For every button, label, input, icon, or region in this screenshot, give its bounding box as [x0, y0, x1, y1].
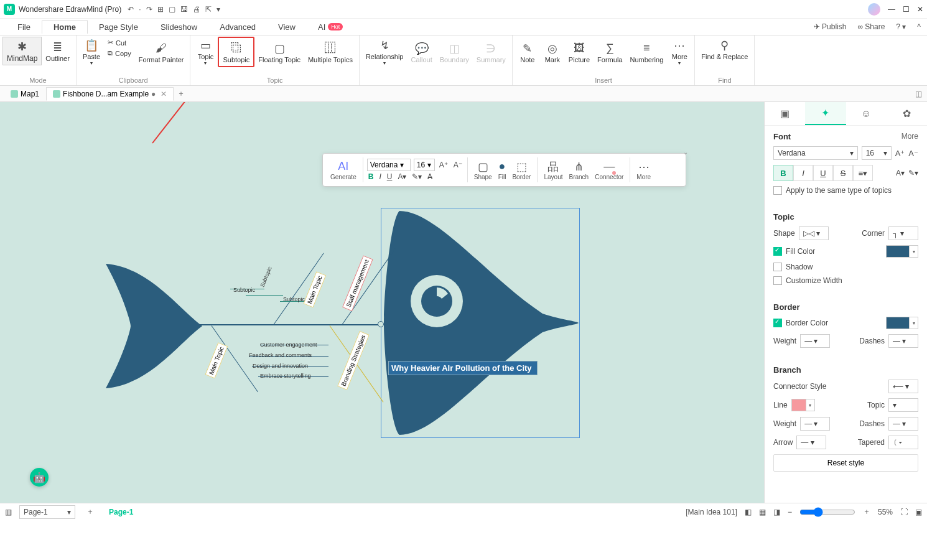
menu-advanced[interactable]: Advanced — [208, 21, 267, 34]
page-tab[interactable]: Page-1 — [105, 506, 137, 518]
shape-button[interactable]: ▢Shape — [472, 160, 495, 180]
italic-button[interactable]: I — [793, 165, 813, 181]
subtopic-label[interactable]: Subtopic — [283, 296, 305, 302]
format-painter-button[interactable]: 🖌Format Painter — [135, 37, 188, 67]
menu-slideshow[interactable]: Slideshow — [149, 21, 208, 34]
ai-generate-button[interactable]: AIGenerate — [328, 160, 359, 180]
help-icon[interactable]: ? ▾ — [896, 22, 906, 31]
picture-button[interactable]: 🖼Picture — [565, 37, 594, 67]
menu-file[interactable]: File — [6, 21, 42, 34]
bold-button[interactable]: B — [773, 165, 793, 181]
minimize-icon[interactable]: — — [888, 5, 895, 14]
formula-button[interactable]: ∑Formula — [594, 37, 626, 67]
outliner-mode-button[interactable]: ≣Outliner — [42, 37, 73, 65]
panel-tab-clipart[interactable]: ✿ — [887, 102, 927, 125]
subtopic-label[interactable]: Design and innovation — [253, 363, 308, 369]
close-tab-icon[interactable]: ✕ — [161, 90, 167, 98]
branch-label[interactable]: Main Topic — [205, 343, 228, 379]
font-family-select[interactable]: Verdana▾ — [773, 146, 858, 160]
multiple-topics-button[interactable]: ⿲Multiple Topics — [304, 37, 356, 67]
page-select[interactable]: Page-1▾ — [19, 505, 75, 519]
save-icon[interactable]: 🖫 — [180, 5, 188, 14]
open-icon[interactable]: ▢ — [169, 5, 175, 14]
main-idea-text[interactable]: Why Heavier AIr Pollution of the City — [388, 361, 538, 375]
branch-topic-select[interactable]: ▾ — [888, 398, 918, 412]
layout-button[interactable]: 品Layout — [541, 160, 565, 180]
highlight-button[interactable]: ✎▾ — [908, 169, 918, 177]
border-button[interactable]: ⬚Border — [510, 160, 533, 180]
fontcolor-button[interactable]: A▾ — [896, 169, 905, 177]
apply-same-checkbox[interactable] — [773, 186, 782, 195]
shrink-font-icon[interactable]: A⁻ — [908, 149, 918, 158]
redo-icon[interactable]: ↷ — [146, 5, 152, 14]
shadow-checkbox[interactable] — [773, 263, 782, 271]
floating-topic-button[interactable]: ▢Floating Topic — [254, 37, 304, 67]
close-icon[interactable]: ✕ — [917, 5, 923, 14]
tab-map1[interactable]: Map1 — [4, 87, 46, 101]
font-more-link[interactable]: More — [901, 132, 918, 141]
topic-button[interactable]: ▭Topic▾ — [193, 37, 218, 67]
subtopic-button[interactable]: ⿻Subtopic — [218, 37, 254, 67]
more-insert-button[interactable]: ⋯More▾ — [667, 37, 692, 67]
subtopic-label[interactable]: Feedback and comments — [249, 352, 312, 358]
canvas[interactable]: AIGenerate Verdana ▾ 16 ▾ A⁺ A⁻ B I U A▾… — [0, 102, 764, 503]
split-view-icon[interactable]: ◫ — [910, 90, 927, 98]
fullscreen-icon[interactable]: ▣ — [915, 508, 922, 516]
maximize-icon[interactable]: ☐ — [903, 5, 910, 14]
connector-style-select[interactable]: ⟵ ▾ — [888, 380, 918, 393]
menu-ai[interactable]: AIHot — [307, 21, 354, 34]
chatbot-button[interactable]: 🤖 — [30, 468, 49, 487]
paste-button[interactable]: 📋Paste▾ — [79, 37, 104, 67]
panel-tab-object[interactable]: ▣ — [765, 102, 805, 125]
reset-style-button[interactable]: Reset style — [773, 454, 918, 472]
export-icon[interactable]: ⇱ — [205, 5, 212, 14]
share-button[interactable]: ∞ Share — [857, 22, 885, 31]
menu-view[interactable]: View — [267, 21, 307, 34]
tapered-select[interactable]: ⟮ ▾ — [888, 436, 918, 449]
grow-font-icon[interactable]: A⁺ — [438, 161, 449, 169]
menu-home[interactable]: Home — [42, 20, 88, 34]
fontcolor-button[interactable]: A▾ — [396, 172, 408, 181]
arrow-select[interactable]: — ▾ — [796, 436, 826, 449]
subtopic-label[interactable]: Subtopic — [259, 266, 273, 288]
user-avatar[interactable] — [868, 3, 880, 16]
branch-weight-select[interactable]: — ▾ — [800, 417, 830, 431]
strike-button[interactable]: S — [833, 165, 853, 181]
zoom-out-button[interactable]: − — [788, 508, 792, 516]
undo-icon[interactable]: ↶ — [128, 5, 134, 14]
view-icon-3[interactable]: ◨ — [773, 508, 780, 516]
border-weight-select[interactable]: — ▾ — [800, 334, 830, 348]
bordercolor-checkbox[interactable] — [773, 319, 782, 327]
branch-dashes-select[interactable]: — ▾ — [888, 417, 918, 431]
summary-button[interactable]: ∋Summary — [473, 37, 510, 67]
underline-button[interactable]: U — [386, 172, 394, 181]
fillcolor-checkbox[interactable] — [773, 247, 782, 256]
customwidth-checkbox[interactable] — [773, 276, 782, 285]
new-icon[interactable]: ⊞ — [157, 5, 164, 14]
subtopic-label[interactable]: Embrace storytelling — [260, 373, 311, 379]
shrink-font-icon[interactable]: A⁻ — [452, 161, 464, 169]
branch-button[interactable]: ⋔Branch — [566, 160, 591, 180]
copy-button[interactable]: ⧉Copy — [105, 49, 134, 58]
cut-button[interactable]: ✂Cut — [105, 38, 134, 47]
font-select[interactable]: Verdana ▾ — [367, 159, 411, 171]
border-dashes-select[interactable]: — ▾ — [888, 334, 918, 348]
bordercolor-swatch[interactable]: ▾ — [886, 317, 918, 329]
subtopic-label[interactable]: Subtopic — [233, 287, 255, 293]
grow-font-icon[interactable]: A⁺ — [895, 149, 905, 158]
corner-select[interactable]: ┐ ▾ — [888, 226, 918, 240]
panel-tab-emoji[interactable]: ☺ — [846, 102, 887, 125]
branch-label[interactable]: Branding Strategies — [337, 331, 370, 390]
italic-button[interactable]: I — [378, 172, 382, 181]
mindmap-mode-button[interactable]: ✱MindMap — [2, 37, 42, 65]
fillcolor-swatch[interactable]: ▾ — [886, 245, 918, 258]
tab-fishbone[interactable]: Fishbone D...am Example●✕ — [46, 87, 174, 101]
relationship-button[interactable]: ↯Relationship▾ — [362, 37, 408, 67]
fill-button[interactable]: ●Fill — [496, 160, 509, 180]
zoom-slider[interactable] — [799, 507, 855, 517]
font-size-select[interactable]: 16▾ — [862, 146, 892, 160]
outline-icon[interactable]: ▥ — [5, 508, 12, 516]
more-qat-icon[interactable]: ▾ — [217, 5, 220, 14]
add-page-button[interactable]: ＋ — [83, 505, 98, 518]
callout-button[interactable]: 💬Callout — [407, 37, 436, 67]
